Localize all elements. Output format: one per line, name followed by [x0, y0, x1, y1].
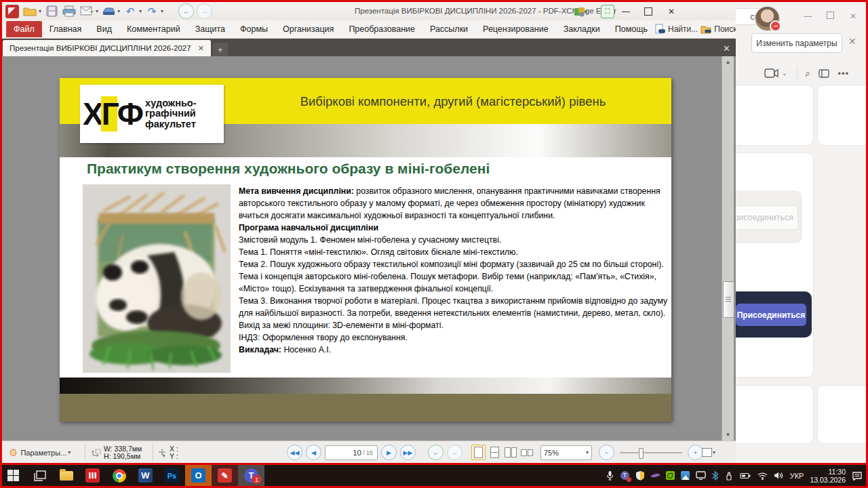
menu-protect[interactable]: Защита — [188, 21, 233, 37]
zoom-in-button[interactable]: + — [688, 445, 703, 460]
pdf-xchange-button[interactable]: ✎ — [212, 465, 238, 486]
meeting-minimize-button[interactable]: — — [804, 12, 812, 21]
print-icon[interactable] — [62, 5, 77, 18]
more-options-icon[interactable]: ••• — [837, 68, 849, 79]
open-file-icon[interactable] — [22, 5, 37, 18]
scrollbar-thumb[interactable] — [723, 281, 734, 318]
start-button[interactable] — [0, 465, 26, 486]
close-button[interactable]: ✕ — [661, 5, 682, 18]
menu-view[interactable]: Вид — [89, 21, 119, 37]
wifi-icon[interactable] — [757, 472, 768, 480]
view-forward-button[interactable]: → — [447, 445, 462, 460]
zoom-out-button[interactable]: − — [599, 445, 614, 460]
next-page-button[interactable]: ▶ — [381, 445, 397, 460]
clock[interactable]: 11:30 13.03.2026 — [810, 468, 846, 484]
new-tab-button[interactable]: + — [213, 43, 228, 56]
menu-convert[interactable]: Преобразование — [341, 21, 422, 37]
fit-page-caret[interactable]: ▾ — [713, 449, 715, 455]
photoshop-icon: Ps — [165, 468, 179, 483]
view-back-button[interactable]: ← — [428, 445, 443, 460]
menu-review[interactable]: Рецензирование — [475, 21, 556, 37]
tab-close-icon[interactable]: ✕ — [198, 44, 204, 53]
document-pane-close-icon[interactable]: ✕ — [723, 43, 730, 54]
action-center-icon[interactable] — [852, 471, 863, 481]
options-button[interactable]: Параметры... — [20, 449, 66, 457]
email-dropdown-caret[interactable]: ▾ — [96, 8, 98, 14]
single-page-mode-button[interactable] — [471, 445, 486, 460]
dismiss-banner-icon[interactable]: ✕ — [848, 36, 856, 47]
avatar[interactable] — [755, 6, 780, 31]
continuous-mode-button[interactable] — [488, 445, 502, 460]
menu-home[interactable]: Главная — [42, 21, 90, 37]
menu-help[interactable]: Помощь — [608, 21, 655, 37]
options-caret[interactable]: ▾ — [68, 449, 71, 455]
menu-mailings[interactable]: Рассылки — [422, 21, 475, 37]
two-page-continuous-mode-button[interactable] — [520, 445, 534, 460]
undo-icon[interactable]: ↶ — [123, 5, 138, 18]
zoom-slider[interactable] — [620, 452, 682, 453]
email-icon[interactable] — [79, 5, 94, 18]
scroll-up-icon[interactable]: ▲ — [723, 57, 733, 67]
camera-icon[interactable] — [764, 68, 779, 78]
photos-icon[interactable] — [681, 471, 690, 480]
fit-page-icon[interactable] — [702, 448, 712, 457]
photoshop-button[interactable]: Ps — [159, 465, 185, 486]
file-explorer-button[interactable] — [53, 465, 79, 486]
menu-file[interactable]: Файл — [6, 21, 42, 37]
meeting-search-icon[interactable]: ⌕ — [806, 68, 811, 79]
last-page-button[interactable]: ▶▶ — [400, 445, 416, 460]
usb-icon[interactable] — [724, 471, 734, 481]
language-indicator[interactable]: УКР — [790, 472, 804, 480]
undo-dropdown-caret[interactable]: ▾ — [139, 8, 142, 14]
red-grille-app-button[interactable] — [79, 465, 106, 486]
minimize-button[interactable]: — — [616, 5, 636, 18]
vertical-scrollbar[interactable]: ▲ ▼ — [722, 56, 734, 441]
menu-bookmarks[interactable]: Закладки — [556, 21, 608, 37]
history-back-button[interactable]: ← — [178, 3, 194, 19]
power-icon[interactable] — [740, 472, 751, 480]
teams-button[interactable]: T 1 — [238, 465, 264, 486]
change-settings-button[interactable]: Изменить параметры — [751, 33, 842, 53]
display-icon[interactable] — [696, 471, 706, 480]
teams-tray-icon[interactable]: T — [620, 471, 629, 480]
menu-forms[interactable]: Формы — [233, 21, 275, 37]
camera-caret[interactable]: ⌄ — [782, 70, 787, 77]
menu-comment[interactable]: Комментарий — [119, 21, 188, 37]
first-page-button[interactable]: ◀◀ — [287, 445, 302, 460]
meeting-restore-button[interactable] — [827, 12, 834, 21]
redo-dropdown-caret[interactable]: ▾ — [161, 8, 163, 14]
scroll-down-icon[interactable]: ▼ — [723, 430, 733, 440]
pen-tray-icon[interactable] — [650, 471, 660, 480]
page-number-input[interactable]: 10/ 15 — [325, 445, 378, 460]
menu-organize[interactable]: Организация — [275, 21, 341, 37]
redo-icon[interactable]: ↷ — [144, 5, 159, 18]
word-button[interactable]: W — [132, 465, 159, 486]
previous-page-button[interactable]: ◀ — [306, 445, 321, 460]
nvidia-icon[interactable] — [666, 471, 675, 480]
document-tab[interactable]: Презентація ВИБІРКОВІ ДИСЦИПЛІНИ 2026-20… — [3, 40, 211, 56]
zoom-slider-handle[interactable] — [639, 448, 644, 459]
panel-toggle-icon[interactable] — [818, 69, 829, 78]
microphone-icon[interactable] — [606, 470, 614, 481]
cursor-y-value: Y : — [170, 452, 178, 460]
save-icon[interactable] — [44, 5, 59, 18]
chrome-button[interactable] — [106, 465, 132, 486]
gear-icon[interactable]: ⚙ — [9, 447, 18, 459]
maximize-button[interactable] — [638, 5, 658, 18]
fullscreen-icon[interactable]: ⛶ — [597, 5, 618, 18]
two-page-mode-button[interactable] — [504, 445, 518, 460]
find-button[interactable]: Найти... — [655, 24, 698, 35]
meeting-close-button[interactable]: ✕ — [850, 12, 856, 21]
task-view-button[interactable] — [26, 465, 53, 486]
open-dropdown-caret[interactable]: ▾ — [39, 8, 41, 14]
scanner-dropdown-caret[interactable]: ▾ — [117, 8, 120, 14]
bluetooth-icon[interactable] — [712, 470, 718, 481]
defender-icon[interactable] — [635, 470, 645, 481]
scanner-icon[interactable] — [101, 5, 116, 18]
outlook-button[interactable]: O — [185, 465, 212, 486]
zoom-level-select[interactable]: 75%▾ — [540, 445, 592, 460]
ui-options-icon[interactable]: ▾ — [570, 5, 591, 18]
history-forward-button[interactable]: → — [197, 3, 212, 19]
volume-icon[interactable] — [774, 471, 784, 480]
join-button[interactable]: Присоединиться — [736, 304, 806, 326]
